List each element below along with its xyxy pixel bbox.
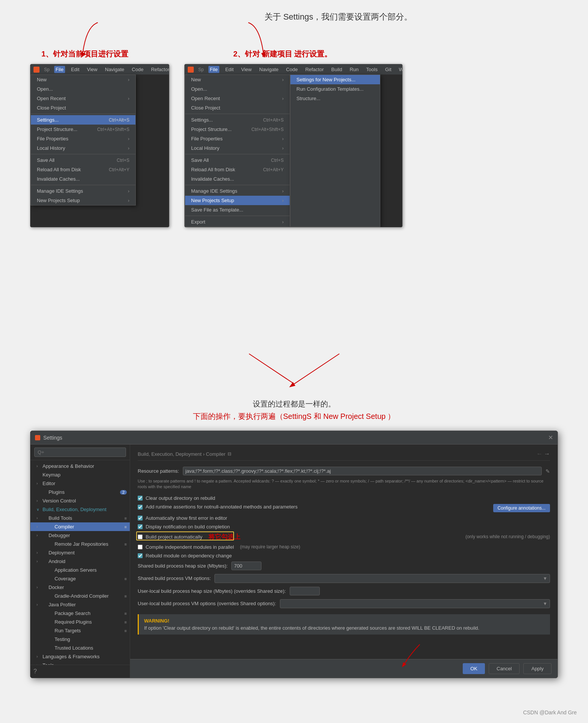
sidebar-item-required-plugins[interactable]: Required Plugins ≡: [30, 618, 130, 626]
r-menu-open-recent[interactable]: Open Recent›: [185, 94, 290, 103]
r-menu-new-projects-setup[interactable]: New Projects Setup›: [185, 196, 290, 205]
menu-local-history[interactable]: Local History›: [31, 143, 135, 153]
sidebar-item-docker[interactable]: › Docker: [30, 583, 130, 592]
right-git-menu[interactable]: Git: [384, 66, 393, 73]
resource-patterns-edit-icon[interactable]: ✎: [545, 468, 550, 474]
notification-build-checkbox[interactable]: [138, 524, 143, 529]
sidebar-item-remote-jar[interactable]: Remote Jar Repositories ≡: [30, 540, 130, 548]
r-menu-file-properties[interactable]: File Properties›: [185, 134, 290, 143]
r-menu-local-history[interactable]: Local History›: [185, 143, 290, 153]
r-menu-manage-ide[interactable]: Manage IDE Settings›: [185, 186, 290, 196]
sidebar-item-coverage-label: Coverage: [55, 576, 76, 581]
vm-options-input[interactable]: ▼: [214, 574, 550, 583]
sidebar-item-android[interactable]: › Android: [30, 557, 130, 566]
menu-project-structure[interactable]: Project Structure...Ctrl+Alt+Shift+S: [31, 125, 135, 134]
menu-settings[interactable]: Settings...Ctrl+Alt+S: [31, 115, 135, 125]
r-menu-project-structure[interactable]: Project Structure...Ctrl+Alt+Shift+S: [185, 125, 290, 134]
left-navigate-menu[interactable]: Navigate: [103, 66, 126, 73]
sidebar-item-editor[interactable]: › Editor: [30, 479, 130, 488]
right-edit-menu[interactable]: Edit: [224, 66, 235, 73]
right-code-menu[interactable]: Code: [284, 66, 299, 73]
sidebar-item-run-targets[interactable]: Run Targets ≡: [30, 626, 130, 635]
right-refactor-menu[interactable]: Refactor: [304, 66, 325, 73]
dialog-titlebar: Settings ✕: [30, 431, 558, 444]
menu-close-project[interactable]: Close Project: [31, 103, 135, 113]
sidebar-item-coverage[interactable]: Coverage ≡: [30, 574, 130, 583]
menu-new-projects-setup[interactable]: New Projects Setup›: [31, 196, 135, 205]
build-auto-checkbox[interactable]: [138, 534, 143, 539]
left-file-menu[interactable]: File: [54, 66, 65, 73]
sidebar-item-tools[interactable]: › Tools: [30, 661, 130, 665]
right-navigate-menu[interactable]: Navigate: [258, 66, 280, 73]
sidebar-item-package-search[interactable]: Package Search ≡: [30, 609, 130, 618]
right-view-menu[interactable]: View: [240, 66, 253, 73]
sidebar-item-java-profiler[interactable]: › Java Profiler: [30, 600, 130, 609]
resource-patterns-input[interactable]: [183, 467, 542, 475]
r-menu-open[interactable]: Open...: [185, 84, 290, 94]
heap-size-input[interactable]: [231, 562, 261, 570]
menu-file-properties[interactable]: File Properties›: [31, 134, 135, 143]
user-vm-input[interactable]: ▼: [280, 599, 550, 608]
apply-button[interactable]: Apply: [523, 663, 552, 674]
rebuild-module-checkbox[interactable]: [138, 553, 143, 558]
r-menu-reload[interactable]: Reload All from DiskCtrl+Alt+Y: [185, 165, 290, 174]
compile-parallel-checkbox[interactable]: [138, 545, 143, 549]
ok-button[interactable]: OK: [463, 663, 485, 674]
menu-reload[interactable]: Reload All from DiskCtrl+Alt+Y: [31, 165, 135, 174]
left-view-menu[interactable]: View: [85, 66, 99, 73]
sidebar-item-build-tools[interactable]: › Build Tools ≡: [30, 514, 130, 522]
sidebar-item-remote-jar-label: Remote Jar Repositories: [55, 541, 108, 547]
sidebar-item-languages[interactable]: › Languages & Frameworks: [30, 652, 130, 661]
build-auto-hint: (only works while not running / debuggin…: [465, 534, 550, 539]
help-icon[interactable]: ?: [33, 668, 37, 674]
sidebar-item-trusted-locations[interactable]: Trusted Locations: [30, 644, 130, 652]
r-menu-invalidate[interactable]: Invalidate Caches...: [185, 174, 290, 184]
sidebar-item-debugger[interactable]: › Debugger: [30, 531, 130, 540]
menu-open[interactable]: Open...: [31, 84, 135, 94]
r-menu-settings[interactable]: Settings...Ctrl+Alt+S: [185, 115, 290, 125]
r-menu-export[interactable]: Export›: [185, 217, 290, 227]
right-window-menu[interactable]: Window: [397, 66, 403, 73]
right-file-menu[interactable]: File: [208, 66, 219, 73]
r-menu-save-all[interactable]: Save AllCtrl+S: [185, 155, 290, 165]
submenu-run-config[interactable]: Run Configuration Templates...: [290, 84, 380, 94]
submenu-settings-new[interactable]: Settings for New Projects...: [290, 75, 380, 84]
runtime-assertions-checkbox[interactable]: [138, 505, 143, 510]
sidebar-item-plugins-label: Plugins: [49, 489, 65, 495]
sidebar-item-build-exec[interactable]: ∨ Build, Execution, Deployment: [30, 505, 130, 514]
right-run-menu[interactable]: Run: [348, 66, 360, 73]
menu-open-recent[interactable]: Open Recent›: [31, 94, 135, 103]
show-first-error-checkbox[interactable]: [138, 516, 143, 521]
cancel-button[interactable]: Cancel: [489, 663, 520, 674]
right-tools-menu[interactable]: Tools: [365, 66, 379, 73]
menu-manage-ide[interactable]: Manage IDE Settings›: [31, 186, 135, 196]
sidebar-item-gradle-android[interactable]: Gradle-Android Compiler ≡: [30, 592, 130, 600]
configure-annotations-button[interactable]: Configure annotations...: [493, 504, 550, 512]
sidebar-item-version-control[interactable]: › Version Control: [30, 496, 130, 505]
sidebar-item-plugins[interactable]: Plugins 2: [30, 488, 130, 496]
sidebar-item-appearance[interactable]: › Appearance & Behavior: [30, 462, 130, 470]
sidebar-item-deployment[interactable]: › Deployment: [30, 548, 130, 557]
menu-save-all[interactable]: Save AllCtrl+S: [31, 155, 135, 165]
left-code-menu[interactable]: Code: [130, 66, 145, 73]
user-heap-input[interactable]: [290, 587, 320, 595]
sidebar-item-app-servers[interactable]: Application Servers: [30, 566, 130, 574]
menu-new[interactable]: New›: [31, 75, 135, 84]
menu-invalidate[interactable]: Invalidate Caches...: [31, 174, 135, 184]
r-menu-save-template[interactable]: Save File as Template...: [185, 205, 290, 215]
sidebar-search-input[interactable]: [34, 447, 126, 457]
r-menu-new[interactable]: New›: [185, 75, 290, 84]
nav-back-arrow[interactable]: ←: [536, 451, 542, 457]
submenu-structure[interactable]: Structure...: [290, 94, 380, 103]
vm-options-dropdown-icon: ▼: [543, 576, 547, 581]
sidebar-item-keymap[interactable]: Keymap: [30, 470, 130, 479]
sidebar-item-compiler[interactable]: › Compiler ≡: [30, 522, 130, 531]
sidebar-item-testing[interactable]: Testing: [30, 635, 130, 644]
right-build-menu[interactable]: Build: [330, 66, 344, 73]
dialog-close-button[interactable]: ✕: [548, 434, 553, 441]
r-menu-close-project[interactable]: Close Project: [185, 103, 290, 113]
clear-output-checkbox[interactable]: [138, 496, 143, 501]
left-refactor-menu[interactable]: Refactor: [149, 66, 169, 73]
nav-forward-arrow[interactable]: →: [544, 451, 550, 457]
left-edit-menu[interactable]: Edit: [70, 66, 81, 73]
